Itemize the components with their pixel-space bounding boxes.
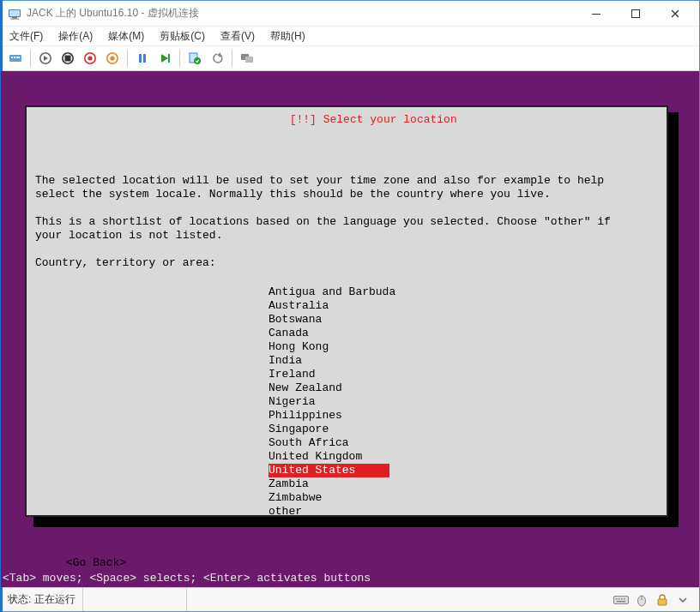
enhanced-session-button[interactable] (238, 49, 256, 68)
titlebar: JACK 上的 Ubuntu16.10 - 虚拟机连接 (1, 1, 699, 27)
toolbar-separator (127, 50, 128, 67)
maximize-button[interactable] (616, 1, 655, 27)
window-controls (576, 1, 695, 27)
menu-view[interactable]: 查看(V) (217, 27, 258, 45)
toolbar (1, 45, 699, 71)
location-option[interactable]: Botswana (269, 313, 322, 327)
dialog-text: your location is not listed. (35, 229, 222, 242)
dialog-title: [!!] Select your location (285, 113, 462, 127)
svg-rect-27 (614, 596, 629, 603)
statusbar: 状态: 正在运行 (1, 587, 699, 611)
window-title: JACK 上的 Ubuntu16.10 - 虚拟机连接 (27, 6, 576, 21)
dialog-title-wrap: [!!] Select your location (27, 99, 667, 141)
svg-rect-8 (14, 57, 15, 58)
menu-file[interactable]: 文件(F) (6, 27, 46, 45)
location-option[interactable]: Nigeria (269, 395, 316, 409)
svg-marker-24 (217, 52, 220, 57)
location-option[interactable]: United Kingdom (269, 450, 362, 464)
svg-point-15 (88, 56, 92, 60)
status-divider (186, 588, 187, 611)
status-value: 正在运行 (34, 592, 75, 607)
revert-button[interactable] (208, 49, 226, 68)
pause-button[interactable] (133, 49, 152, 68)
lock-icon (655, 592, 670, 608)
svg-rect-21 (168, 54, 170, 63)
svg-rect-18 (139, 54, 142, 63)
location-option[interactable]: Australia (269, 299, 329, 313)
location-option[interactable]: Zimbabwe (269, 491, 322, 505)
svg-rect-31 (624, 598, 625, 600)
menu-action[interactable]: 操作(A) (55, 27, 96, 45)
svg-rect-32 (617, 601, 625, 603)
minimize-button[interactable] (576, 1, 616, 27)
location-options: Antigua and BarbudaAustraliaBotswanaCana… (269, 285, 658, 519)
toolbar-separator (179, 50, 180, 67)
menu-clipboard[interactable]: 剪贴板(C) (156, 27, 208, 45)
reset-button[interactable] (155, 49, 174, 68)
menu-help[interactable]: 帮助(H) (267, 27, 309, 45)
key-hints: <Tab> moves; <Space> selects; <Enter> ac… (1, 572, 699, 587)
svg-rect-9 (16, 57, 20, 58)
dialog-text: This is a shortlist of locations based o… (35, 215, 611, 228)
location-option[interactable]: India (269, 354, 302, 368)
svg-point-17 (110, 56, 114, 60)
dialog-body: The selected location will be used to se… (27, 148, 667, 587)
location-option[interactable]: Singapore (269, 423, 329, 436)
chevron-down-icon[interactable] (675, 592, 691, 608)
menubar: 文件(F) 操作(A) 媒体(M) 剪贴板(C) 查看(V) 帮助(H) (1, 27, 699, 45)
checkpoint-button[interactable] (185, 49, 204, 68)
turnoff-button[interactable] (58, 49, 77, 68)
status-label: 状态: (8, 592, 31, 607)
location-option[interactable]: United States (269, 464, 389, 477)
hyperv-window: JACK 上的 Ubuntu16.10 - 虚拟机连接 文件(F) 操作(A) … (0, 0, 700, 612)
location-option[interactable]: Zambia (269, 477, 309, 491)
toolbar-separator (30, 50, 31, 67)
location-option[interactable]: Antigua and Barbuda (269, 285, 395, 299)
location-option[interactable]: other (269, 505, 302, 519)
svg-rect-35 (658, 599, 667, 605)
toolbar-separator (232, 50, 232, 67)
svg-rect-3 (10, 18, 19, 19)
start-button[interactable] (36, 49, 55, 68)
keyboard-icon (613, 592, 629, 608)
mouse-icon (634, 592, 649, 608)
location-option[interactable]: Ireland (269, 368, 316, 381)
go-back-button[interactable]: <Go Back> (66, 556, 658, 570)
svg-rect-5 (632, 9, 640, 17)
svg-rect-4 (592, 14, 600, 15)
svg-rect-28 (616, 598, 618, 600)
close-button[interactable] (655, 1, 695, 27)
svg-rect-13 (65, 56, 71, 62)
status-left: 状态: 正在运行 (1, 588, 83, 611)
svg-marker-20 (161, 54, 168, 63)
dialog-prompt: Country, territory or area: (35, 256, 216, 269)
location-option[interactable]: South Africa (269, 436, 349, 450)
dialog-text: The selected location will be used to se… (35, 174, 604, 187)
app-icon (8, 7, 21, 21)
svg-rect-7 (11, 57, 13, 58)
location-option[interactable]: Philippines (269, 409, 342, 423)
save-button[interactable] (103, 49, 122, 68)
installer-dialog: [!!] Select your location The selected l… (25, 105, 668, 517)
svg-rect-29 (619, 598, 620, 600)
location-option[interactable]: New Zealand (269, 381, 342, 395)
location-option[interactable]: Canada (269, 327, 309, 340)
svg-rect-30 (621, 598, 623, 600)
status-icons (613, 592, 699, 608)
svg-rect-26 (245, 57, 253, 63)
menu-media[interactable]: 媒体(M) (105, 27, 148, 45)
svg-rect-19 (143, 54, 146, 63)
vm-display[interactable]: [!!] Select your location The selected l… (1, 71, 699, 587)
svg-rect-1 (9, 10, 20, 16)
svg-marker-11 (44, 56, 48, 61)
ctrl-alt-del-button[interactable] (6, 49, 25, 68)
shutdown-button[interactable] (81, 49, 100, 68)
svg-rect-2 (12, 17, 17, 19)
dialog-text: select the system locale. Normally this … (35, 188, 551, 201)
location-option[interactable]: Hong Kong (269, 340, 329, 354)
